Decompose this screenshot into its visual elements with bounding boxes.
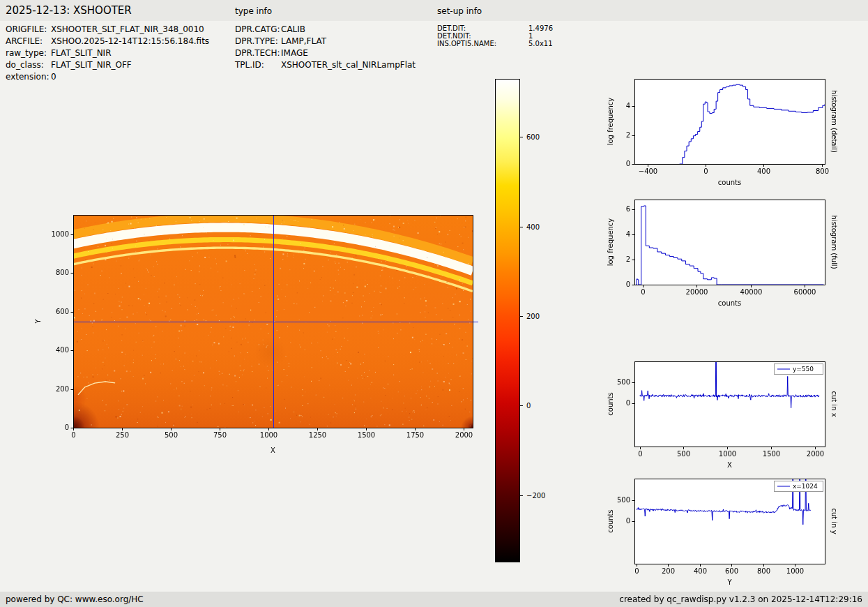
- colorbar-tick-label: −200: [526, 492, 545, 500]
- setup-info-heading: set-up info: [437, 6, 482, 16]
- colorbar-tick-mark: [520, 227, 523, 227]
- type-info-table: DPR.CATG: CALIB DPR.TYPE: LAMP,FLAT DPR.…: [235, 24, 416, 72]
- colorbar: 6004002000−200: [495, 79, 558, 564]
- info-value: IMAGE: [281, 48, 416, 60]
- info-label: TPL.ID:: [235, 60, 281, 72]
- info-value: 1: [528, 32, 553, 40]
- info-label: INS.OPTI5.NAME:: [437, 40, 528, 47]
- detector-image-plot: [24, 197, 493, 469]
- info-value: FLAT_SLIT_NIR_OFF: [51, 60, 209, 72]
- setup-info-table: DET.DIT: 1.4976 DET.NDIT: 1 INS.OPTI5.NA…: [437, 24, 553, 47]
- colorbar-tick-mark: [520, 495, 523, 496]
- cut-in-x-plot: [596, 352, 868, 472]
- info-label: raw_type:: [6, 48, 51, 60]
- info-label: ARCFILE:: [6, 36, 51, 48]
- colorbar-tick-label: 0: [526, 402, 531, 410]
- type-info-heading: type info: [235, 6, 272, 16]
- info-value: XSHOOTER_SLT_FLAT_NIR_348_0010: [51, 24, 209, 36]
- info-label: ORIGFILE:: [6, 24, 51, 36]
- info-label: DPR.CATG:: [235, 24, 281, 36]
- colorbar-tick-mark: [520, 137, 523, 137]
- colorbar-tick-label: 600: [526, 133, 540, 141]
- info-label: do_class:: [6, 60, 51, 72]
- info-value: 5.0x11: [528, 40, 553, 47]
- info-value: 0: [51, 72, 209, 84]
- qc-report-page: 2025-12-13: XSHOOTER type info set-up in…: [0, 0, 868, 607]
- cut-in-y-plot: [596, 470, 868, 590]
- title-bar: 2025-12-13: XSHOOTER type info set-up in…: [0, 0, 868, 21]
- info-value: CALIB: [281, 24, 416, 36]
- footer-powered-by: powered by QC: www.eso.org/HC: [6, 592, 144, 607]
- info-value: XSHOO.2025-12-14T12:15:56.184.fits: [51, 36, 209, 48]
- info-label: DET.DIT:: [437, 24, 528, 32]
- info-value: LAMP,FLAT: [281, 36, 416, 48]
- info-label: DPR.TECH:: [235, 48, 281, 60]
- file-info-table: ORIGFILE: XSHOOTER_SLT_FLAT_NIR_348_0010…: [6, 24, 209, 84]
- page-title: 2025-12-13: XSHOOTER: [6, 4, 132, 17]
- colorbar-tick-mark: [520, 405, 523, 406]
- colorbar-tick-label: 200: [526, 313, 540, 320]
- footer-created-by: created by qc_rawdisp.py v1.2.3 on 2025-…: [619, 592, 862, 607]
- info-value: XSHOOTER_slt_cal_NIRLampFlat: [281, 60, 416, 72]
- info-value: FLAT_SLIT_NIR: [51, 48, 209, 60]
- info-label: DET.NDIT:: [437, 32, 528, 40]
- colorbar-tick-label: 400: [526, 223, 540, 231]
- info-value: 1.4976: [528, 24, 553, 32]
- info-label: extension:: [6, 72, 51, 84]
- footer-bar: powered by QC: www.eso.org/HC created by…: [0, 592, 868, 607]
- histogram-full-plot: [596, 190, 868, 310]
- colorbar-tick-labels: 6004002000−200: [495, 79, 558, 562]
- histogram-detail-plot: [596, 70, 868, 190]
- colorbar-tick-mark: [520, 316, 523, 317]
- info-label: DPR.TYPE:: [235, 36, 281, 48]
